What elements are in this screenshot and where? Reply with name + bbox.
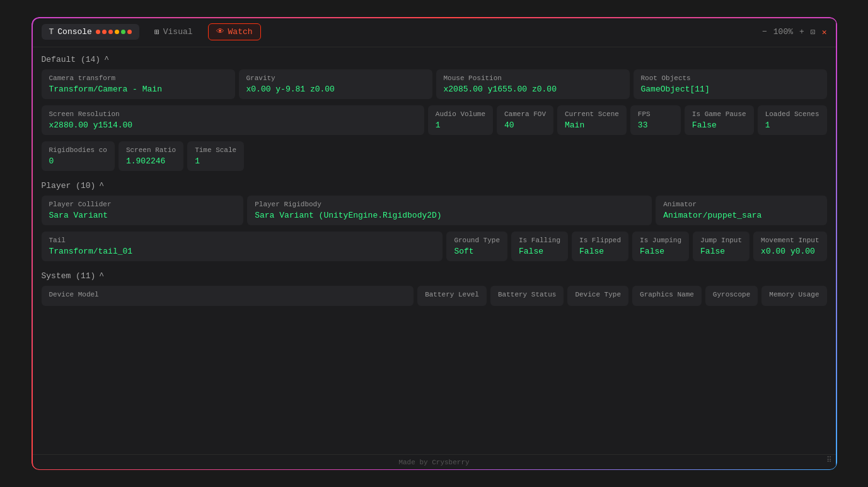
fps-label: FPS [638, 110, 673, 118]
tab-watch[interactable]: 👁 Watch [208, 23, 261, 40]
card-ground-type: Ground Type Soft [446, 232, 507, 261]
default-row-3: Rigidbodies co 0 Screen Ratio 1.902246 T… [42, 141, 827, 171]
section-header-system: System (11) ^ [42, 271, 827, 281]
is-game-pause-label: Is Game Pause [692, 110, 746, 118]
screen-resolution-label: Screen Resolution [49, 110, 417, 118]
is-flipped-value: False [579, 247, 621, 256]
tab-console[interactable]: T Console [42, 24, 139, 40]
root-objects-label: Root Objects [641, 74, 819, 82]
system-label: System (11) [42, 271, 96, 281]
dot1 [96, 30, 100, 34]
player-rigidbody-value: Sara Variant (UnityEngine.Rigidbody2D) [255, 211, 644, 220]
jump-input-value: False [700, 247, 742, 256]
default-row-2: Screen Resolution x2880.00 y1514.00 Audi… [42, 105, 827, 135]
tab-visual[interactable]: ⊞ Visual [147, 24, 200, 40]
fps-value: 33 [638, 120, 673, 130]
card-device-model: Device Model [42, 286, 414, 306]
expand-icon[interactable]: ⊡ [811, 27, 816, 37]
zoom-level: 100% [773, 27, 793, 37]
time-scale-value: 1 [195, 156, 236, 166]
battery-status-label: Battery Status [498, 291, 556, 298]
loaded-scenes-value: 1 [765, 120, 819, 130]
dot5 [121, 30, 125, 34]
card-player-rigidbody: Player Rigidbody Sara Variant (UnityEngi… [247, 196, 652, 225]
device-type-label: Device Type [575, 291, 621, 298]
system-collapse-icon[interactable]: ^ [99, 271, 104, 281]
console-icon: T [49, 27, 54, 37]
card-is-game-pause: Is Game Pause False [685, 105, 754, 135]
camera-transform-value: Transform/Camera - Main [49, 85, 228, 94]
default-collapse-icon[interactable]: ^ [104, 55, 109, 64]
is-falling-value: False [519, 247, 560, 256]
zoom-in-icon[interactable]: + [799, 27, 804, 37]
audio-volume-value: 1 [436, 120, 485, 130]
animator-value: Animator/puppet_sara [663, 211, 819, 220]
gravity-value: x0.00 y-9.81 z0.00 [246, 85, 425, 94]
screen-ratio-value: 1.902246 [126, 156, 176, 166]
mouse-position-value: x2085.00 y1655.00 z0.00 [444, 85, 622, 94]
console-dots [96, 30, 132, 34]
card-root-objects: Root Objects GameObject[11] [634, 69, 827, 99]
section-header-player: Player (10) ^ [42, 181, 827, 191]
loaded-scenes-label: Loaded Scenes [765, 110, 819, 118]
gravity-label: Gravity [246, 74, 425, 82]
resize-handle[interactable]: ⠿ [826, 455, 832, 465]
movement-input-label: Movement Input [761, 237, 819, 244]
player-label: Player (10) [42, 181, 96, 191]
player-collapse-icon[interactable]: ^ [99, 181, 104, 191]
default-row-1: Camera transform Transform/Camera - Main… [42, 69, 827, 99]
audio-volume-label: Audio Volume [436, 110, 485, 118]
is-game-pause-value: False [692, 120, 746, 130]
card-player-collider: Player Collider Sara Variant [42, 196, 244, 225]
content-area: Default (14) ^ Camera transform Transfor… [32, 47, 837, 454]
card-screen-resolution: Screen Resolution x2880.00 y1514.00 [42, 105, 424, 135]
battery-level-label: Battery Level [425, 291, 479, 298]
card-is-jumping: Is Jumping False [632, 232, 689, 261]
footer: Made by Crysberry [32, 454, 837, 470]
player-collider-value: Sara Variant [49, 211, 236, 220]
tail-label: Tail [49, 237, 436, 244]
tail-value: Transform/tail_01 [49, 247, 436, 256]
device-model-label: Device Model [49, 291, 407, 298]
card-fps: FPS 33 [630, 105, 681, 135]
jump-input-label: Jump Input [700, 237, 742, 244]
is-jumping-label: Is Jumping [640, 237, 681, 244]
is-flipped-label: Is Flipped [579, 237, 621, 244]
card-loaded-scenes: Loaded Scenes 1 [758, 105, 827, 135]
watch-icon: 👁 [216, 27, 224, 37]
card-battery-level: Battery Level [417, 286, 487, 306]
root-objects-value: GameObject[11] [641, 85, 819, 94]
close-icon[interactable]: ✕ [822, 27, 827, 37]
zoom-out-icon[interactable]: − [762, 27, 767, 37]
card-device-type: Device Type [567, 286, 628, 306]
main-window: T Console ⊞ Visual 👁 Watch − 100% + [31, 16, 838, 471]
card-current-scene: Current Scene Main [557, 105, 627, 135]
card-battery-status: Battery Status [490, 286, 564, 306]
console-label: Console [57, 27, 92, 37]
section-header-default: Default (14) ^ [42, 55, 827, 64]
grid-icon: ⊞ [154, 27, 159, 37]
card-gravity: Gravity x0.00 y-9.81 z0.00 [239, 69, 432, 99]
card-mouse-position: Mouse Position x2085.00 y1655.00 z0.00 [436, 69, 630, 99]
screen-resolution-value: x2880.00 y1514.00 [49, 120, 417, 130]
player-row-2: Tail Transform/tail_01 Ground Type Soft … [42, 232, 827, 261]
screen-ratio-label: Screen Ratio [126, 146, 176, 154]
card-rigidbodies: Rigidbodies co 0 [42, 141, 115, 171]
visual-label: Visual [163, 27, 193, 37]
card-time-scale: Time Scale 1 [187, 141, 244, 171]
memory-usage-label: Memory Usage [769, 291, 819, 298]
card-screen-ratio: Screen Ratio 1.902246 [119, 141, 183, 171]
gyroscope-label: Gyroscope [713, 291, 750, 298]
card-tail: Tail Transform/tail_01 [42, 232, 443, 261]
camera-transform-label: Camera transform [49, 74, 228, 82]
card-graphics-name: Graphics Name [632, 286, 702, 306]
dot2 [102, 30, 107, 34]
default-label: Default (14) [42, 55, 101, 64]
watch-label: Watch [228, 27, 253, 37]
card-animator: Animator Animator/puppet_sara [656, 196, 826, 225]
titlebar-controls: − 100% + ⊡ ✕ [762, 27, 827, 37]
time-scale-label: Time Scale [195, 146, 236, 154]
dot3 [108, 30, 113, 34]
player-rigidbody-label: Player Rigidbody [255, 201, 644, 208]
camera-fov-value: 40 [504, 120, 546, 130]
